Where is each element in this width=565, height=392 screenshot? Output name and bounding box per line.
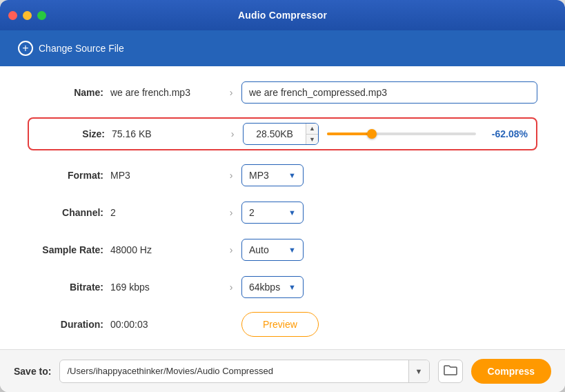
- name-output-input[interactable]: [241, 81, 537, 104]
- sample-rate-dropdown-value: Auto: [249, 244, 284, 255]
- content-area: Name: we are french.mp3 › Size: 75.16 KB…: [0, 66, 565, 349]
- format-row: Format: MP3 › MP3 ▼: [28, 163, 537, 188]
- format-arrow-icon: ›: [221, 170, 241, 181]
- toolbar: + Change Source File: [0, 30, 565, 66]
- name-row: Name: we are french.mp3 ›: [28, 80, 537, 105]
- format-label: Format:: [28, 170, 103, 181]
- sample-rate-original: 48000 Hz: [110, 244, 221, 255]
- traffic-lights: [8, 11, 46, 20]
- channel-dropdown[interactable]: 2 ▼: [241, 202, 304, 224]
- channel-dropdown-arrow-icon: ▼: [288, 208, 296, 217]
- titlebar: Audio Compressor: [0, 0, 565, 30]
- sample-rate-arrow-icon: ›: [221, 244, 241, 255]
- size-slider-container: -62.08%: [327, 128, 528, 139]
- preview-button[interactable]: Preview: [241, 312, 319, 337]
- sample-rate-label: Sample Rate:: [28, 244, 103, 255]
- channel-output-container: 2 ▼: [241, 202, 537, 224]
- change-source-label: Change Source File: [39, 43, 124, 54]
- size-spinner: 28.50KB ▲ ▼: [243, 123, 319, 145]
- spin-down-icon: ▼: [309, 136, 315, 143]
- format-dropdown-arrow-icon: ▼: [288, 171, 296, 179]
- bitrate-dropdown[interactable]: 64kbps ▼: [241, 276, 304, 298]
- bitrate-output-container: 64kbps ▼: [241, 276, 537, 298]
- plus-circle-icon: +: [18, 41, 33, 56]
- folder-button[interactable]: [438, 360, 463, 383]
- name-arrow-icon: ›: [221, 87, 241, 98]
- save-path-dropdown-button[interactable]: ▼: [408, 360, 429, 382]
- bitrate-original: 169 kbps: [110, 282, 221, 293]
- duration-output-container: Preview: [241, 312, 537, 337]
- bitrate-dropdown-arrow-icon: ▼: [288, 283, 296, 291]
- sample-rate-row: Sample Rate: 48000 Hz › Auto ▼: [28, 237, 537, 262]
- channel-dropdown-value: 2: [249, 207, 284, 218]
- window-title: Audio Compressor: [238, 10, 327, 21]
- format-dropdown[interactable]: MP3 ▼: [241, 164, 304, 186]
- size-slider-track[interactable]: [327, 133, 476, 135]
- save-path-container: /Users/ihappyacethinker/Movies/Audio Com…: [59, 360, 429, 383]
- slider-thumb[interactable]: [367, 129, 377, 139]
- name-label: Name:: [28, 87, 103, 98]
- compress-button[interactable]: Compress: [471, 359, 551, 384]
- channel-arrow-icon: ›: [221, 207, 241, 218]
- size-percent: -62.08%: [483, 128, 528, 139]
- format-dropdown-value: MP3: [249, 170, 284, 181]
- format-output-container: MP3 ▼: [241, 164, 537, 186]
- name-original: we are french.mp3: [110, 87, 221, 98]
- channel-label: Channel:: [28, 207, 103, 218]
- channel-original: 2: [110, 207, 221, 218]
- sample-rate-dropdown[interactable]: Auto ▼: [241, 239, 304, 261]
- sample-rate-dropdown-arrow-icon: ▼: [288, 246, 296, 254]
- folder-icon: [444, 364, 457, 378]
- bitrate-dropdown-value: 64kbps: [249, 282, 284, 293]
- minimize-button[interactable]: [23, 11, 32, 20]
- save-path-text: /Users/ihappyacethinker/Movies/Audio Com…: [60, 366, 408, 376]
- bitrate-row: Bitrate: 169 kbps › 64kbps ▼: [28, 275, 537, 300]
- duration-row: Duration: 00:00:03 › Preview: [28, 312, 537, 337]
- footer: Save to: /Users/ihappyacethinker/Movies/…: [0, 349, 565, 392]
- duration-arrow-icon: ›: [221, 319, 241, 330]
- size-row-wrapper: Size: 75.16 KB › 28.50KB ▲ ▼: [28, 117, 537, 150]
- plus-icon: +: [22, 43, 28, 54]
- size-arrow-icon: ›: [222, 128, 243, 139]
- size-output-container: 28.50KB ▲ ▼ -62.08%: [243, 123, 528, 145]
- format-original: MP3: [110, 170, 221, 181]
- spin-down-button[interactable]: ▼: [306, 135, 318, 145]
- size-label: Size:: [29, 128, 105, 139]
- duration-label: Duration:: [28, 319, 103, 330]
- save-path-dropdown-icon: ▼: [415, 367, 423, 375]
- sample-rate-output-container: Auto ▼: [241, 239, 537, 261]
- spin-up-icon: ▲: [309, 125, 315, 132]
- save-to-label: Save to:: [14, 366, 51, 377]
- size-original: 75.16 KB: [112, 128, 222, 139]
- spin-up-button[interactable]: ▲: [306, 124, 318, 135]
- maximize-button[interactable]: [37, 11, 46, 20]
- bitrate-arrow-icon: ›: [221, 282, 241, 293]
- channel-row: Channel: 2 › 2 ▼: [28, 200, 537, 225]
- duration-original: 00:00:03: [110, 319, 221, 330]
- spin-arrows: ▲ ▼: [306, 124, 318, 144]
- name-output-container: [241, 81, 537, 104]
- slider-fill: [327, 133, 372, 135]
- app-window: Audio Compressor + Change Source File Na…: [0, 0, 565, 392]
- change-source-button[interactable]: + Change Source File: [11, 37, 131, 60]
- bitrate-label: Bitrate:: [28, 282, 103, 293]
- size-spin-value: 28.50KB: [244, 128, 306, 139]
- close-button[interactable]: [8, 11, 17, 20]
